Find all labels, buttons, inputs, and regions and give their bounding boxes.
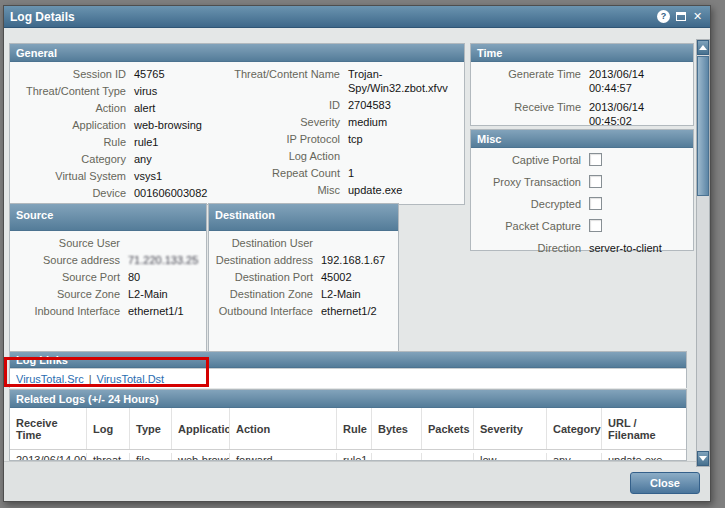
field-label: Category — [16, 152, 134, 166]
close-button[interactable]: Close — [630, 472, 700, 494]
field-label: Packet Capture — [477, 219, 589, 233]
field-label: Threat/Content Name — [230, 67, 348, 95]
source-section-header: Source — [10, 204, 206, 231]
source-zone-value: L2-Main — [128, 287, 168, 301]
table-cell — [372, 453, 422, 461]
virustotal-dst-link[interactable]: VirusTotal.Dst — [97, 373, 165, 385]
field-label: Receive Time — [477, 100, 589, 128]
dialog-footer: Close — [4, 461, 710, 501]
field-label: Device — [16, 186, 134, 200]
dialog-titlebar[interactable]: Log Details ? ✕ — [4, 6, 710, 28]
general-section: General Session ID45765 Threat/Content T… — [9, 43, 465, 205]
ip-protocol-value: tcp — [348, 132, 460, 146]
field-label: Repeat Count — [230, 166, 348, 180]
source-section: Source Source User Source address71.220.… — [9, 203, 207, 355]
titlebar-buttons: ? ✕ — [657, 10, 704, 23]
severity-value: medium — [348, 115, 460, 129]
field-label: Destination Port — [215, 270, 321, 284]
dialog-scrollbar[interactable] — [696, 39, 710, 467]
help-icon[interactable]: ? — [657, 10, 670, 23]
field-label: Destination address — [215, 253, 321, 267]
column-header: Receive Time — [10, 408, 87, 449]
column-header: Action — [230, 408, 337, 449]
field-label: IP Protocol — [230, 132, 348, 146]
field-label: Virtual System — [16, 169, 134, 183]
field-label: Generate Time — [477, 67, 589, 95]
packet-capture-checkbox[interactable] — [589, 219, 602, 232]
field-label: Destination Zone — [215, 287, 321, 301]
rule-value: rule1 — [134, 135, 222, 149]
column-header: URL / Filename — [602, 408, 668, 449]
column-header: Bytes — [372, 408, 422, 449]
field-label: Threat/Content Type — [16, 84, 134, 98]
table-cell: 2013/06/14 00:44:57 — [10, 453, 87, 461]
general-section-header: General — [10, 44, 464, 62]
field-label: Captive Portal — [477, 153, 589, 167]
decrypted-checkbox[interactable] — [589, 197, 602, 210]
field-label: Severity — [230, 115, 348, 129]
field-label: Session ID — [16, 67, 134, 81]
field-label: Application — [16, 118, 134, 132]
related-logs-table: Receive Time Log Type Application Action… — [10, 408, 686, 461]
dialog-title: Log Details — [10, 10, 75, 24]
misc-file-value: update.exe — [348, 183, 460, 197]
field-label: Outbound Interface — [215, 304, 321, 318]
column-header: Rule — [337, 408, 372, 449]
log-links-section-header: Log Links — [10, 352, 686, 368]
table-cell: low — [474, 453, 547, 461]
category-value: any — [134, 152, 222, 166]
screen: { "window": { "title": "Log Details", "c… — [0, 0, 725, 508]
receive-time-value: 2013/06/14 00:45:02 — [589, 100, 685, 128]
session-id-value: 45765 — [134, 67, 222, 81]
application-value: web-browsing — [134, 118, 222, 132]
related-logs-partial-row[interactable]: 2013/06/14 00:44:57 threat file web-brow… — [10, 450, 686, 461]
field-label: Source Zone — [16, 287, 128, 301]
scrollbar-thumb[interactable] — [697, 56, 709, 196]
misc-section: Misc Captive Portal Proxy Transaction De… — [470, 129, 694, 251]
field-label: Source User — [16, 236, 128, 250]
captive-portal-checkbox[interactable] — [589, 153, 602, 166]
related-logs-section: Related Logs (+/- 24 Hours) Receive Time… — [9, 389, 687, 461]
destination-section: Destination Destination User Destination… — [208, 203, 399, 355]
scroll-down-button[interactable] — [697, 451, 709, 466]
virtual-system-value: vsys1 — [134, 169, 222, 183]
direction-value: server-to-client — [589, 241, 662, 255]
table-cell: forward — [230, 453, 337, 461]
column-header: Category — [547, 408, 602, 449]
outbound-interface-value: ethernet1/2 — [321, 304, 377, 318]
device-value: 001606003082 — [134, 186, 222, 200]
time-section: Time Generate Time2013/06/14 00:44:57 Re… — [470, 43, 694, 126]
field-label: Misc — [230, 183, 348, 197]
column-header: Type — [130, 408, 172, 449]
source-address-value: 71.220.133.25 — [128, 253, 198, 267]
field-label: Log Action — [230, 149, 348, 163]
column-header: Application — [172, 408, 230, 449]
log-links-row: VirusTotal.Src | VirusTotal.Dst — [10, 368, 686, 388]
table-cell: threat — [87, 453, 130, 461]
field-label: Source address — [16, 253, 128, 267]
log-links-section: Log Links VirusTotal.Src | VirusTotal.Ds… — [9, 351, 687, 388]
scroll-up-button[interactable] — [697, 40, 709, 55]
threat-content-type-value: virus — [134, 84, 222, 98]
log-details-dialog: Log Details ? ✕ General Session ID45765 … — [3, 5, 711, 502]
field-label: Rule — [16, 135, 134, 149]
close-icon[interactable]: ✕ — [691, 10, 704, 23]
virustotal-src-link[interactable]: VirusTotal.Src — [16, 373, 84, 385]
maximize-icon[interactable] — [674, 10, 687, 23]
proxy-transaction-checkbox[interactable] — [589, 175, 602, 188]
link-separator: | — [89, 373, 92, 385]
general-left-column: Session ID45765 Threat/Content Typevirus… — [16, 67, 230, 203]
table-cell — [422, 453, 474, 461]
threat-content-name-value: Trojan-Spy/Win32.zbot.xfvv — [348, 67, 460, 95]
general-right-column: Threat/Content NameTrojan-Spy/Win32.zbot… — [230, 67, 460, 203]
column-header: Severity — [474, 408, 547, 449]
destination-address-value: 192.168.1.67 — [321, 253, 385, 267]
table-cell: rule1 — [337, 453, 372, 461]
field-label: Destination User — [215, 236, 321, 250]
table-cell: update.exe — [602, 453, 668, 461]
log-action-value — [348, 149, 460, 163]
source-port-value: 80 — [128, 270, 140, 284]
up-arrow-icon — [699, 45, 707, 50]
field-label: Inbound Interface — [16, 304, 128, 318]
field-label: Decrypted — [477, 197, 589, 211]
